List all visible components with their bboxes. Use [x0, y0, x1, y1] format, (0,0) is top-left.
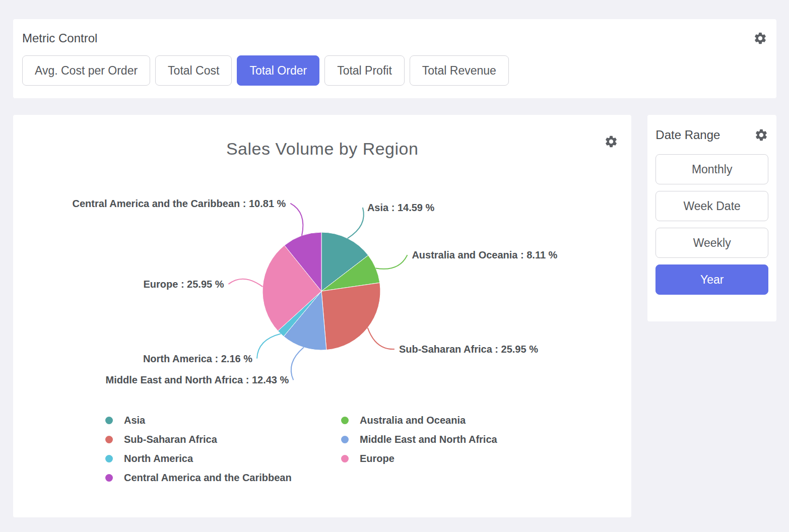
label-line-sub-saharan-africa [368, 328, 394, 349]
slice-label-asia: Asia : 14.59 % [367, 202, 435, 213]
legend-dot-north-america [105, 455, 113, 462]
chart-legend: AsiaAustralia and OceaniaSub-Saharan Afr… [105, 414, 497, 484]
metric-button-total-order[interactable]: Total Order [237, 55, 319, 86]
date-range-panel: Date Range MonthlyWeek DateWeeklyYear [647, 115, 776, 321]
label-line-europe [229, 279, 263, 287]
slice-label-central-america-and-the-caribbean: Central America and the Caribbean : 10.8… [73, 198, 286, 209]
main-content-row: Sales Volume by Region Asia : 14.59 %Aus… [13, 115, 776, 517]
legend-label-asia: Asia [124, 415, 145, 426]
legend-item-sub-saharan-africa[interactable]: Sub-Saharan Africa [105, 433, 341, 445]
date-range-button-year[interactable]: Year [655, 264, 768, 295]
metric-control-header: Metric Control [22, 31, 767, 45]
legend-item-north-america[interactable]: North America [105, 452, 341, 464]
legend-dot-central-america-and-the-caribbean [105, 474, 113, 482]
metric-button-total-profit[interactable]: Total Profit [324, 55, 405, 86]
pie-slice-sub-saharan-africa[interactable] [321, 283, 380, 350]
metric-button-avg-cost-per-order[interactable]: Avg. Cost per Order [22, 55, 150, 86]
legend-item-central-america-and-the-caribbean[interactable]: Central America and the Caribbean [105, 472, 341, 484]
slice-label-middle-east-and-north-africa: Middle East and North Africa : 12.43 % [106, 374, 289, 385]
legend-item-australia-and-oceania[interactable]: Australia and Oceania [341, 414, 497, 426]
label-line-north-america [257, 334, 281, 359]
legend-label-australia-and-oceania: Australia and Oceania [360, 415, 466, 426]
legend-item-middle-east-and-north-africa[interactable]: Middle East and North Africa [341, 433, 497, 445]
label-line-asia [348, 208, 364, 238]
legend-dot-middle-east-and-north-africa [341, 436, 349, 443]
date-range-button-week-date[interactable]: Week Date [655, 191, 768, 221]
sales-volume-chart-panel: Sales Volume by Region Asia : 14.59 %Aus… [13, 115, 631, 517]
date-range-title: Date Range [655, 128, 720, 142]
slice-label-sub-saharan-africa: Sub-Saharan Africa : 25.95 % [399, 344, 538, 355]
label-line-middle-east-and-north-africa [291, 348, 304, 380]
dashboard-page: Metric Control Avg. Cost per OrderTotal … [0, 0, 789, 532]
metric-button-total-cost[interactable]: Total Cost [155, 55, 232, 86]
legend-dot-europe [341, 455, 349, 462]
legend-dot-sub-saharan-africa [105, 436, 113, 443]
legend-label-north-america: North America [124, 453, 193, 464]
chart-title: Sales Volume by Region [13, 115, 631, 159]
metric-button-total-revenue[interactable]: Total Revenue [410, 55, 509, 86]
date-range-header: Date Range [655, 128, 768, 142]
legend-label-middle-east-and-north-africa: Middle East and North Africa [360, 434, 497, 445]
legend-label-central-america-and-the-caribbean: Central America and the Caribbean [124, 472, 292, 484]
legend-dot-australia-and-oceania [341, 417, 349, 424]
slice-label-australia-and-oceania: Australia and Oceania : 8.11 % [412, 249, 557, 260]
legend-label-europe: Europe [360, 453, 394, 464]
label-line-central-america-and-the-caribbean [290, 204, 303, 236]
date-range-settings-gear-icon[interactable] [754, 128, 768, 142]
metric-button-group: Avg. Cost per OrderTotal CostTotal Order… [22, 55, 767, 86]
date-range-button-group: MonthlyWeek DateWeeklyYear [655, 154, 768, 295]
legend-item-europe[interactable]: Europe [341, 452, 497, 464]
chart-settings-gear-icon[interactable] [604, 135, 618, 149]
legend-item-asia[interactable]: Asia [105, 414, 341, 426]
slice-label-europe: Europe : 25.95 % [143, 279, 224, 290]
legend-dot-asia [105, 417, 113, 424]
slice-label-north-america: North America : 2.16 % [143, 353, 252, 364]
label-line-australia-and-oceania [376, 255, 408, 269]
legend-label-sub-saharan-africa: Sub-Saharan Africa [124, 434, 217, 445]
date-range-button-weekly[interactable]: Weekly [655, 228, 768, 258]
metric-control-panel: Metric Control Avg. Cost per OrderTotal … [13, 19, 776, 98]
date-range-button-monthly[interactable]: Monthly [655, 154, 768, 184]
metric-settings-gear-icon[interactable] [753, 31, 767, 45]
metric-control-title: Metric Control [22, 31, 97, 45]
